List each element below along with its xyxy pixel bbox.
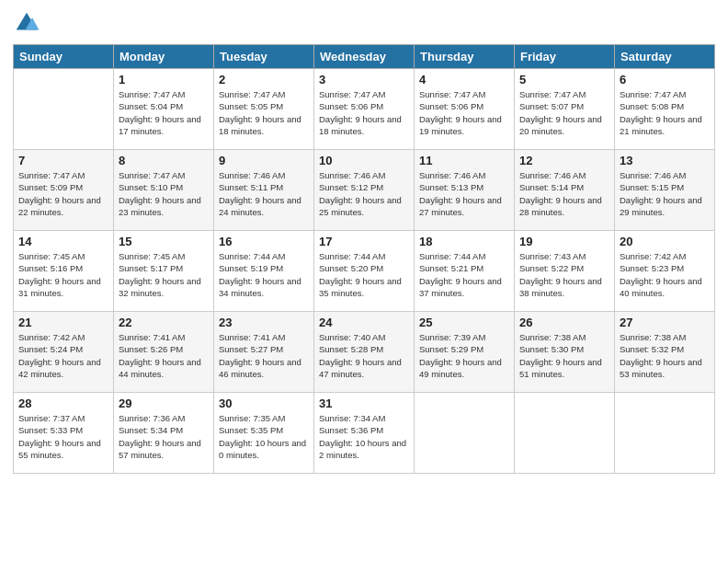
calendar-day-cell: 16 Sunrise: 7:44 AMSunset: 5:19 PMDaylig… xyxy=(214,231,314,312)
calendar-day-cell: 1 Sunrise: 7:47 AMSunset: 5:04 PMDayligh… xyxy=(114,69,214,150)
calendar-week-row: 7 Sunrise: 7:47 AMSunset: 5:09 PMDayligh… xyxy=(14,150,715,231)
day-number: 24 xyxy=(319,316,409,329)
day-number: 10 xyxy=(319,154,409,167)
calendar-week-row: 21 Sunrise: 7:42 AMSunset: 5:24 PMDaylig… xyxy=(14,312,715,393)
day-detail: Sunrise: 7:42 AMSunset: 5:23 PMDaylight:… xyxy=(620,250,710,299)
calendar-day-cell xyxy=(415,393,515,474)
weekday-header: Saturday xyxy=(615,45,715,69)
calendar-day-cell: 9 Sunrise: 7:46 AMSunset: 5:11 PMDayligh… xyxy=(214,150,314,231)
weekday-header: Wednesday xyxy=(314,45,415,69)
day-number: 22 xyxy=(119,316,209,329)
day-number: 2 xyxy=(219,73,309,86)
day-detail: Sunrise: 7:47 AMSunset: 5:10 PMDaylight:… xyxy=(119,169,209,218)
day-number: 13 xyxy=(620,154,710,167)
day-number: 26 xyxy=(519,316,609,329)
day-detail: Sunrise: 7:41 AMSunset: 5:26 PMDaylight:… xyxy=(119,331,209,380)
day-number: 12 xyxy=(519,154,609,167)
day-detail: Sunrise: 7:46 AMSunset: 5:11 PMDaylight:… xyxy=(219,169,309,218)
day-detail: Sunrise: 7:45 AMSunset: 5:17 PMDaylight:… xyxy=(119,250,209,299)
calendar-day-cell: 20 Sunrise: 7:42 AMSunset: 5:23 PMDaylig… xyxy=(615,231,715,312)
calendar-day-cell: 14 Sunrise: 7:45 AMSunset: 5:16 PMDaylig… xyxy=(14,231,114,312)
calendar-week-row: 14 Sunrise: 7:45 AMSunset: 5:16 PMDaylig… xyxy=(14,231,715,312)
day-detail: Sunrise: 7:47 AMSunset: 5:07 PMDaylight:… xyxy=(519,88,609,137)
day-detail: Sunrise: 7:40 AMSunset: 5:28 PMDaylight:… xyxy=(319,331,409,380)
day-detail: Sunrise: 7:47 AMSunset: 5:04 PMDaylight:… xyxy=(119,88,209,137)
day-number: 30 xyxy=(219,396,309,410)
weekday-header: Thursday xyxy=(415,45,515,69)
day-detail: Sunrise: 7:38 AMSunset: 5:30 PMDaylight:… xyxy=(519,331,609,380)
day-number: 31 xyxy=(319,396,409,410)
day-number: 25 xyxy=(419,316,509,329)
day-number: 11 xyxy=(419,154,509,167)
calendar-day-cell: 3 Sunrise: 7:47 AMSunset: 5:06 PMDayligh… xyxy=(314,69,415,150)
day-number: 23 xyxy=(219,316,309,329)
day-number: 3 xyxy=(319,73,409,86)
day-number: 29 xyxy=(119,396,209,410)
calendar-day-cell: 12 Sunrise: 7:46 AMSunset: 5:14 PMDaylig… xyxy=(515,150,615,231)
calendar-day-cell: 13 Sunrise: 7:46 AMSunset: 5:15 PMDaylig… xyxy=(615,150,715,231)
calendar-day-cell: 23 Sunrise: 7:41 AMSunset: 5:27 PMDaylig… xyxy=(214,312,314,393)
calendar-day-cell: 15 Sunrise: 7:45 AMSunset: 5:17 PMDaylig… xyxy=(114,231,214,312)
day-detail: Sunrise: 7:35 AMSunset: 5:35 PMDaylight:… xyxy=(219,412,309,461)
day-number: 6 xyxy=(620,73,710,86)
calendar-header-row: SundayMondayTuesdayWednesdayThursdayFrid… xyxy=(14,45,715,69)
day-detail: Sunrise: 7:47 AMSunset: 5:05 PMDaylight:… xyxy=(219,88,309,137)
day-detail: Sunrise: 7:46 AMSunset: 5:13 PMDaylight:… xyxy=(419,169,509,218)
day-detail: Sunrise: 7:38 AMSunset: 5:32 PMDaylight:… xyxy=(620,331,710,380)
calendar-week-row: 1 Sunrise: 7:47 AMSunset: 5:04 PMDayligh… xyxy=(14,69,715,150)
day-number: 20 xyxy=(620,235,710,248)
calendar-day-cell: 11 Sunrise: 7:46 AMSunset: 5:13 PMDaylig… xyxy=(415,150,515,231)
day-number: 9 xyxy=(219,154,309,167)
day-number: 16 xyxy=(219,235,309,248)
day-detail: Sunrise: 7:36 AMSunset: 5:34 PMDaylight:… xyxy=(119,412,209,461)
calendar-day-cell xyxy=(615,393,715,474)
calendar-day-cell: 5 Sunrise: 7:47 AMSunset: 5:07 PMDayligh… xyxy=(515,69,615,150)
day-detail: Sunrise: 7:44 AMSunset: 5:19 PMDaylight:… xyxy=(219,250,309,299)
day-number: 19 xyxy=(519,235,609,248)
day-detail: Sunrise: 7:37 AMSunset: 5:33 PMDaylight:… xyxy=(18,412,108,461)
weekday-header: Tuesday xyxy=(214,45,314,69)
header xyxy=(13,9,715,37)
calendar-day-cell: 27 Sunrise: 7:38 AMSunset: 5:32 PMDaylig… xyxy=(615,312,715,393)
day-number: 5 xyxy=(519,73,609,86)
calendar-day-cell: 28 Sunrise: 7:37 AMSunset: 5:33 PMDaylig… xyxy=(14,393,114,474)
calendar-table: SundayMondayTuesdayWednesdayThursdayFrid… xyxy=(13,44,715,474)
day-detail: Sunrise: 7:47 AMSunset: 5:06 PMDaylight:… xyxy=(419,88,509,137)
calendar-day-cell: 17 Sunrise: 7:44 AMSunset: 5:20 PMDaylig… xyxy=(314,231,415,312)
page-container: SundayMondayTuesdayWednesdayThursdayFrid… xyxy=(0,0,728,563)
day-number: 8 xyxy=(119,154,209,167)
day-detail: Sunrise: 7:47 AMSunset: 5:09 PMDaylight:… xyxy=(18,169,108,218)
calendar-day-cell: 10 Sunrise: 7:46 AMSunset: 5:12 PMDaylig… xyxy=(314,150,415,231)
calendar-day-cell: 18 Sunrise: 7:44 AMSunset: 5:21 PMDaylig… xyxy=(415,231,515,312)
day-number: 28 xyxy=(18,396,108,410)
day-detail: Sunrise: 7:44 AMSunset: 5:20 PMDaylight:… xyxy=(319,250,409,299)
calendar-day-cell: 22 Sunrise: 7:41 AMSunset: 5:26 PMDaylig… xyxy=(114,312,214,393)
calendar-day-cell: 25 Sunrise: 7:39 AMSunset: 5:29 PMDaylig… xyxy=(415,312,515,393)
calendar-day-cell: 31 Sunrise: 7:34 AMSunset: 5:36 PMDaylig… xyxy=(314,393,415,474)
calendar-day-cell: 30 Sunrise: 7:35 AMSunset: 5:35 PMDaylig… xyxy=(214,393,314,474)
weekday-header: Sunday xyxy=(14,45,114,69)
day-detail: Sunrise: 7:47 AMSunset: 5:08 PMDaylight:… xyxy=(620,88,710,137)
calendar-day-cell: 4 Sunrise: 7:47 AMSunset: 5:06 PMDayligh… xyxy=(415,69,515,150)
calendar-day-cell: 19 Sunrise: 7:43 AMSunset: 5:22 PMDaylig… xyxy=(515,231,615,312)
calendar-day-cell: 26 Sunrise: 7:38 AMSunset: 5:30 PMDaylig… xyxy=(515,312,615,393)
day-detail: Sunrise: 7:47 AMSunset: 5:06 PMDaylight:… xyxy=(319,88,409,137)
day-detail: Sunrise: 7:41 AMSunset: 5:27 PMDaylight:… xyxy=(219,331,309,380)
day-number: 14 xyxy=(18,235,108,248)
calendar-day-cell: 2 Sunrise: 7:47 AMSunset: 5:05 PMDayligh… xyxy=(214,69,314,150)
day-detail: Sunrise: 7:46 AMSunset: 5:12 PMDaylight:… xyxy=(319,169,409,218)
day-number: 21 xyxy=(18,316,108,329)
day-number: 27 xyxy=(620,316,710,329)
day-number: 1 xyxy=(119,73,209,86)
calendar-day-cell: 7 Sunrise: 7:47 AMSunset: 5:09 PMDayligh… xyxy=(14,150,114,231)
day-detail: Sunrise: 7:45 AMSunset: 5:16 PMDaylight:… xyxy=(18,250,108,299)
day-number: 4 xyxy=(419,73,509,86)
day-detail: Sunrise: 7:46 AMSunset: 5:15 PMDaylight:… xyxy=(620,169,710,218)
day-detail: Sunrise: 7:42 AMSunset: 5:24 PMDaylight:… xyxy=(18,331,108,380)
calendar-week-row: 28 Sunrise: 7:37 AMSunset: 5:33 PMDaylig… xyxy=(14,393,715,474)
calendar-day-cell: 8 Sunrise: 7:47 AMSunset: 5:10 PMDayligh… xyxy=(114,150,214,231)
day-detail: Sunrise: 7:43 AMSunset: 5:22 PMDaylight:… xyxy=(519,250,609,299)
logo-icon xyxy=(13,9,40,37)
day-detail: Sunrise: 7:44 AMSunset: 5:21 PMDaylight:… xyxy=(419,250,509,299)
calendar-day-cell xyxy=(14,69,114,150)
